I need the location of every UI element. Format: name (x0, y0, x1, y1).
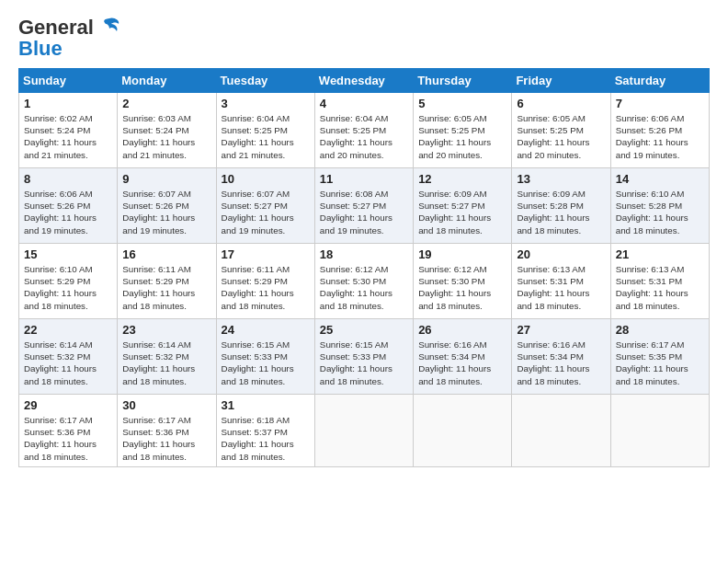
day-info-20: Sunrise: 6:13 AM Sunset: 5:31 PM Dayligh… (517, 263, 605, 312)
page: General Blue SundayMondayTuesdayWednesda… (0, 0, 728, 563)
day-cell-14: 14Sunrise: 6:10 AM Sunset: 5:28 PM Dayli… (610, 168, 709, 244)
day-number-1: 1 (24, 97, 112, 110)
day-number-30: 30 (122, 398, 210, 412)
day-cell-17: 17Sunrise: 6:11 AM Sunset: 5:29 PM Dayli… (216, 244, 314, 319)
day-info-4: Sunrise: 6:04 AM Sunset: 5:25 PM Dayligh… (320, 112, 408, 161)
day-cell-20: 20Sunrise: 6:13 AM Sunset: 5:31 PM Dayli… (512, 244, 610, 319)
day-info-14: Sunrise: 6:10 AM Sunset: 5:28 PM Dayligh… (616, 188, 704, 236)
day-cell-13: 13Sunrise: 6:09 AM Sunset: 5:28 PM Dayli… (512, 168, 610, 244)
day-cell-19: 19Sunrise: 6:12 AM Sunset: 5:30 PM Dayli… (414, 244, 512, 319)
day-info-12: Sunrise: 6:09 AM Sunset: 5:27 PM Dayligh… (418, 188, 506, 236)
day-info-24: Sunrise: 6:15 AM Sunset: 5:33 PM Dayligh… (222, 339, 310, 387)
day-cell-27: 27Sunrise: 6:16 AM Sunset: 5:34 PM Dayli… (512, 319, 610, 395)
week-row-3: 15Sunrise: 6:10 AM Sunset: 5:29 PM Dayli… (19, 244, 710, 319)
weekday-header-saturday: Saturday (610, 69, 709, 93)
day-info-9: Sunrise: 6:07 AM Sunset: 5:26 PM Dayligh… (122, 188, 210, 236)
day-cell-11: 11Sunrise: 6:08 AM Sunset: 5:27 PM Dayli… (314, 168, 413, 244)
weekday-header-sunday: Sunday (19, 69, 118, 93)
day-number-16: 16 (122, 247, 210, 261)
day-number-5: 5 (418, 97, 506, 110)
day-info-30: Sunrise: 6:17 AM Sunset: 5:36 PM Dayligh… (122, 414, 210, 463)
weekday-header-wednesday: Wednesday (314, 69, 413, 93)
day-number-28: 28 (616, 323, 704, 337)
day-info-18: Sunrise: 6:12 AM Sunset: 5:30 PM Dayligh… (320, 263, 408, 312)
logo-bird-icon (97, 15, 122, 40)
day-cell-30: 30Sunrise: 6:17 AM Sunset: 5:36 PM Dayli… (118, 395, 216, 467)
calendar-table: SundayMondayTuesdayWednesdayThursdayFrid… (18, 68, 710, 467)
weekday-header-row: SundayMondayTuesdayWednesdayThursdayFrid… (19, 69, 710, 93)
day-number-25: 25 (320, 323, 408, 337)
day-cell-23: 23Sunrise: 6:14 AM Sunset: 5:32 PM Dayli… (118, 319, 216, 395)
day-info-21: Sunrise: 6:13 AM Sunset: 5:31 PM Dayligh… (616, 263, 704, 312)
empty-cell (512, 395, 610, 467)
empty-cell (414, 395, 512, 467)
day-cell-9: 9Sunrise: 6:07 AM Sunset: 5:26 PM Daylig… (118, 168, 216, 244)
day-number-15: 15 (24, 247, 112, 261)
day-cell-3: 3Sunrise: 6:04 AM Sunset: 5:25 PM Daylig… (216, 93, 314, 168)
day-info-10: Sunrise: 6:07 AM Sunset: 5:27 PM Dayligh… (222, 188, 310, 236)
weekday-header-tuesday: Tuesday (216, 69, 314, 93)
day-number-2: 2 (122, 97, 210, 110)
day-number-12: 12 (418, 172, 506, 186)
day-number-19: 19 (418, 247, 506, 261)
day-info-6: Sunrise: 6:05 AM Sunset: 5:25 PM Dayligh… (517, 112, 605, 161)
day-info-8: Sunrise: 6:06 AM Sunset: 5:26 PM Dayligh… (24, 188, 112, 236)
week-row-5: 29Sunrise: 6:17 AM Sunset: 5:36 PM Dayli… (19, 395, 710, 467)
day-cell-22: 22Sunrise: 6:14 AM Sunset: 5:32 PM Dayli… (19, 319, 118, 395)
day-info-2: Sunrise: 6:03 AM Sunset: 5:24 PM Dayligh… (122, 112, 210, 161)
day-cell-2: 2Sunrise: 6:03 AM Sunset: 5:24 PM Daylig… (118, 93, 216, 168)
day-info-15: Sunrise: 6:10 AM Sunset: 5:29 PM Dayligh… (24, 263, 112, 312)
day-number-7: 7 (616, 97, 704, 110)
day-info-7: Sunrise: 6:06 AM Sunset: 5:26 PM Dayligh… (616, 112, 704, 161)
day-info-16: Sunrise: 6:11 AM Sunset: 5:29 PM Dayligh… (122, 263, 210, 312)
day-cell-29: 29Sunrise: 6:17 AM Sunset: 5:36 PM Dayli… (19, 395, 118, 467)
day-cell-16: 16Sunrise: 6:11 AM Sunset: 5:29 PM Dayli… (118, 244, 216, 319)
day-info-11: Sunrise: 6:08 AM Sunset: 5:27 PM Dayligh… (320, 188, 408, 236)
day-cell-31: 31Sunrise: 6:18 AM Sunset: 5:37 PM Dayli… (216, 395, 314, 467)
weekday-header-thursday: Thursday (414, 69, 512, 93)
day-info-3: Sunrise: 6:04 AM Sunset: 5:25 PM Dayligh… (222, 112, 310, 161)
week-row-1: 1Sunrise: 6:02 AM Sunset: 5:24 PM Daylig… (19, 93, 710, 168)
day-number-18: 18 (320, 247, 408, 261)
day-info-23: Sunrise: 6:14 AM Sunset: 5:32 PM Dayligh… (122, 339, 210, 387)
day-number-20: 20 (517, 247, 605, 261)
day-cell-21: 21Sunrise: 6:13 AM Sunset: 5:31 PM Dayli… (610, 244, 709, 319)
day-cell-6: 6Sunrise: 6:05 AM Sunset: 5:25 PM Daylig… (512, 93, 610, 168)
week-row-4: 22Sunrise: 6:14 AM Sunset: 5:32 PM Dayli… (19, 319, 710, 395)
day-number-8: 8 (24, 172, 112, 186)
day-number-17: 17 (222, 247, 310, 261)
day-number-14: 14 (616, 172, 704, 186)
day-info-5: Sunrise: 6:05 AM Sunset: 5:25 PM Dayligh… (418, 112, 506, 161)
day-cell-1: 1Sunrise: 6:02 AM Sunset: 5:24 PM Daylig… (19, 93, 118, 168)
day-cell-24: 24Sunrise: 6:15 AM Sunset: 5:33 PM Dayli… (216, 319, 314, 395)
day-number-9: 9 (122, 172, 210, 186)
day-cell-5: 5Sunrise: 6:05 AM Sunset: 5:25 PM Daylig… (414, 93, 512, 168)
weekday-header-friday: Friday (512, 69, 610, 93)
day-info-31: Sunrise: 6:18 AM Sunset: 5:37 PM Dayligh… (222, 414, 310, 463)
day-cell-26: 26Sunrise: 6:16 AM Sunset: 5:34 PM Dayli… (414, 319, 512, 395)
day-number-10: 10 (222, 172, 310, 186)
day-cell-7: 7Sunrise: 6:06 AM Sunset: 5:26 PM Daylig… (610, 93, 709, 168)
day-number-6: 6 (517, 97, 605, 110)
day-number-21: 21 (616, 247, 704, 261)
header: General Blue (18, 15, 710, 61)
day-cell-10: 10Sunrise: 6:07 AM Sunset: 5:27 PM Dayli… (216, 168, 314, 244)
day-number-4: 4 (320, 97, 408, 110)
logo: General Blue (18, 15, 122, 61)
day-info-1: Sunrise: 6:02 AM Sunset: 5:24 PM Dayligh… (24, 112, 112, 161)
day-info-13: Sunrise: 6:09 AM Sunset: 5:28 PM Dayligh… (517, 188, 605, 236)
day-info-27: Sunrise: 6:16 AM Sunset: 5:34 PM Dayligh… (517, 339, 605, 387)
day-info-26: Sunrise: 6:16 AM Sunset: 5:34 PM Dayligh… (418, 339, 506, 387)
day-number-27: 27 (517, 323, 605, 337)
day-number-22: 22 (24, 323, 112, 337)
day-number-31: 31 (222, 398, 310, 412)
day-number-11: 11 (320, 172, 408, 186)
day-cell-15: 15Sunrise: 6:10 AM Sunset: 5:29 PM Dayli… (19, 244, 118, 319)
day-number-24: 24 (222, 323, 310, 337)
day-cell-4: 4Sunrise: 6:04 AM Sunset: 5:25 PM Daylig… (314, 93, 413, 168)
empty-cell (314, 395, 413, 467)
day-number-29: 29 (24, 398, 112, 412)
week-row-2: 8Sunrise: 6:06 AM Sunset: 5:26 PM Daylig… (19, 168, 710, 244)
day-cell-28: 28Sunrise: 6:17 AM Sunset: 5:35 PM Dayli… (610, 319, 709, 395)
day-number-23: 23 (122, 323, 210, 337)
